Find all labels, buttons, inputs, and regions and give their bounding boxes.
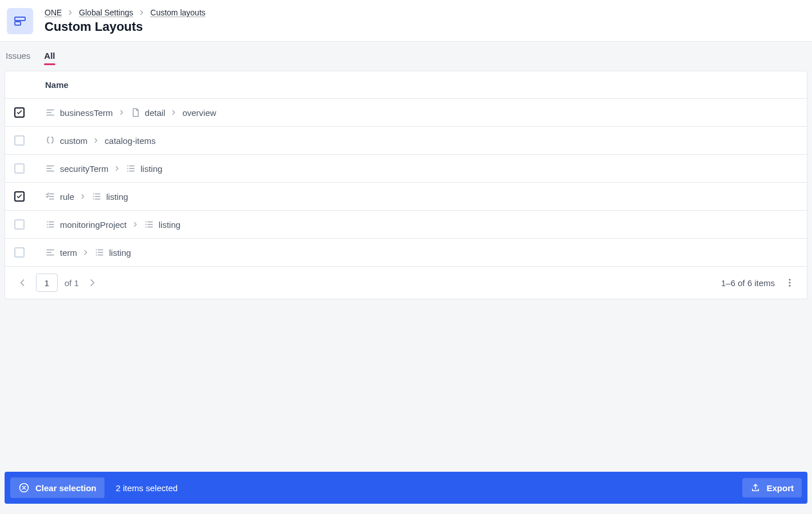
chevron-right-icon <box>113 164 121 172</box>
chevron-right-icon <box>92 136 100 144</box>
pagination-count: 1–6 of 6 items <box>721 278 775 288</box>
chevron-right-icon <box>79 192 87 200</box>
row-checkbox[interactable] <box>14 219 25 230</box>
list-icon <box>144 219 154 230</box>
chevron-right-icon <box>66 9 74 17</box>
text-icon <box>45 247 55 258</box>
list-icon <box>126 163 136 174</box>
layouts-table: Name businessTermdetailoverviewcustomcat… <box>5 71 807 299</box>
row-checkbox[interactable] <box>14 247 25 258</box>
path-segment: listing <box>106 192 128 202</box>
doc-icon <box>130 107 140 118</box>
export-button[interactable]: Export <box>742 478 802 497</box>
path-segment: overview <box>182 108 216 118</box>
breadcrumb-link-global-settings[interactable]: Global Settings <box>79 8 133 17</box>
table-row[interactable]: businessTermdetailoverview <box>5 99 807 127</box>
row-path: termlisting <box>45 247 131 258</box>
checklist-icon <box>45 191 55 202</box>
path-segment: rule <box>60 192 74 202</box>
row-checkbox[interactable] <box>14 163 25 174</box>
column-header-name[interactable]: Name <box>45 80 69 90</box>
export-icon <box>750 483 761 493</box>
page-of-label: of 1 <box>65 278 79 288</box>
row-path: rulelisting <box>45 191 128 202</box>
list-icon <box>45 219 55 230</box>
row-path: securityTermlisting <box>45 163 162 174</box>
page-title: Custom Layouts <box>45 19 206 34</box>
path-segment: businessTerm <box>60 108 113 118</box>
breadcrumb: ONE Global Settings Custom layouts <box>45 8 206 17</box>
path-segment: listing <box>140 164 162 174</box>
table-options-button[interactable] <box>783 276 797 290</box>
chevron-right-icon <box>170 109 178 117</box>
clear-selection-button[interactable]: Clear selection <box>10 477 104 498</box>
table-row[interactable]: securityTermlisting <box>5 155 807 183</box>
path-segment: listing <box>109 248 131 258</box>
table-row[interactable]: monitoringProjectlisting <box>5 211 807 239</box>
row-checkbox[interactable] <box>14 107 25 118</box>
path-segment: listing <box>159 220 180 230</box>
selection-bar: Clear selection 2 items selected Export <box>5 472 807 504</box>
row-checkbox[interactable] <box>14 191 25 202</box>
layout-icon <box>7 8 33 34</box>
table-header-row: Name <box>5 71 807 99</box>
tab-bar: Issues All <box>0 42 812 65</box>
row-path: businessTermdetailoverview <box>45 107 216 118</box>
table-footer: of 1 1–6 of 6 items <box>5 267 807 299</box>
row-checkbox[interactable] <box>14 135 25 146</box>
braces-icon <box>45 135 55 146</box>
chevron-right-icon <box>138 9 146 17</box>
page-input[interactable] <box>36 274 58 292</box>
next-page-button[interactable] <box>86 276 99 290</box>
selection-count: 2 items selected <box>116 483 178 493</box>
close-circle-icon <box>18 482 30 493</box>
chevron-right-icon <box>118 109 126 117</box>
export-label: Export <box>766 483 794 493</box>
path-segment: detail <box>145 108 166 118</box>
prev-page-button[interactable] <box>15 276 29 290</box>
tab-all[interactable]: All <box>44 51 55 65</box>
breadcrumb-link-custom-layouts[interactable]: Custom layouts <box>150 8 205 17</box>
path-segment: monitoringProject <box>60 220 127 230</box>
chevron-right-icon <box>131 220 139 228</box>
path-segment: catalog-items <box>104 136 155 146</box>
breadcrumb-link-one[interactable]: ONE <box>45 8 62 17</box>
table-row[interactable]: termlisting <box>5 239 807 267</box>
table-row[interactable]: rulelisting <box>5 183 807 211</box>
tab-issues[interactable]: Issues <box>6 51 30 65</box>
chevron-right-icon <box>82 248 90 256</box>
text-icon <box>45 107 55 118</box>
row-path: monitoringProjectlisting <box>45 219 180 230</box>
path-segment: custom <box>60 136 87 146</box>
path-segment: term <box>60 248 77 258</box>
page-header: ONE Global Settings Custom layouts Custo… <box>0 0 812 42</box>
text-icon <box>45 163 55 174</box>
row-path: customcatalog-items <box>45 135 156 146</box>
path-segment: securityTerm <box>60 164 108 174</box>
list-icon <box>94 247 104 258</box>
table-row[interactable]: customcatalog-items <box>5 127 807 155</box>
clear-selection-label: Clear selection <box>35 483 97 493</box>
list-icon <box>91 191 102 202</box>
